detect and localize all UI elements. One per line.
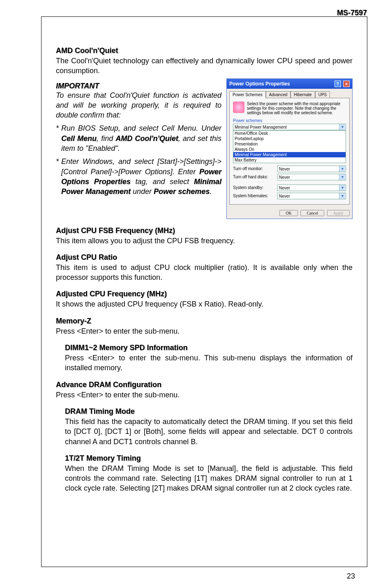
apply-button[interactable]: Apply [327,210,350,216]
combo-turn-off-disks[interactable]: Never [277,174,346,180]
label-turn-off-monitor: Turn off monitor: [233,166,274,171]
label-system-hibernates: System hibernates: [233,194,274,198]
text-1t2t-timing: When the DRAM Timing Mode is set to [Man… [65,463,353,493]
heading-adjust-cpu-ratio: Adjust CPU Ratio [56,253,353,262]
list-item[interactable]: Max Battery [233,157,346,163]
heading-1t2t-timing: 1T/2T Memory Timing [65,454,353,463]
combo-turn-off-monitor[interactable]: Never [277,166,346,172]
tab-advanced[interactable]: Advanced [266,91,291,98]
text-dimm-spd: Press <Enter> to enter the sub-menu. Thi… [65,353,353,373]
text-memory-z: Press <Enter> to enter the sub-menu. [56,326,353,336]
heading-dimm-spd: DIMM1~2 Memory SPD Information [65,344,353,352]
bullet-windows: * Enter Windows, and select [Start]->[Se… [56,157,221,196]
power-scheme-combo[interactable]: Minimal Power Management [233,124,346,130]
text-adjust-cpu-ratio: This item is used to adjust CPU clock mu… [56,263,353,283]
power-options-dialog: Power Options Properties ? × Power Schem… [226,78,353,219]
dialog-info-text: Select the power scheme with the most ap… [247,101,346,115]
bullet-mark: * [56,157,59,196]
tab-ups[interactable]: UPS [315,91,330,98]
bullet2-part-a: Enter Windows, and select [Start]->[Sett… [61,157,221,175]
heading-adjusted-cpu-freq: Adjusted CPU Frequency (MHz) [56,290,353,298]
text-advance-dram: Press <Enter> to enter the sub-menu. [56,390,353,400]
battery-icon [233,101,244,113]
page-number: 23 [347,572,355,581]
label-system-standby: System standby: [233,185,274,190]
label-turn-off-disks: Turn off hard disks: [233,175,274,179]
list-item-selected[interactable]: Minimal Power Management [233,152,346,157]
text-adjusted-cpu-freq: It shows the adjusted CPU frequency (FSB… [56,299,353,309]
bullet2-part-b: tag, and select [131,178,194,186]
page-frame: MS-7597 AMD Cool'n'Quiet The Cool'n'Quie… [41,16,367,567]
text-important-intro: To ensure that Cool'n'Quiet function is … [56,90,221,120]
bullet1-part-b: , find [97,134,115,143]
heading-advance-dram: Advance DRAM Configuration [56,380,353,389]
combo-system-hibernates[interactable]: Never [277,193,346,199]
tab-hibernate[interactable]: Hibernate [291,91,315,98]
text-cool-n-quiet: The Cool'n'Quiet technology can effectiv… [56,56,353,76]
tab-power-schemes[interactable]: Power Schemes [229,91,266,98]
dialog-title: Power Options Properties [229,81,290,87]
ref-amd-cnq: AMD Cool'n'Quiet [115,134,178,143]
bullet-bios: * Run BIOS Setup, and select Cell Menu. … [56,123,221,153]
help-icon[interactable]: ? [334,81,341,87]
ok-button[interactable]: OK [279,210,297,216]
heading-important: IMPORTANT [56,82,221,90]
heading-memory-z: Memory-Z [56,317,353,325]
ref-cell-menu: Cell Menu [61,134,97,143]
text-adjust-fsb: This item allows you to adjust the CPU F… [56,236,353,246]
cancel-button[interactable]: Cancel [300,210,324,216]
bullet1-part-a: Run BIOS Setup, and select Cell Menu. Un… [61,124,221,132]
header-model: MS-7597 [337,9,367,17]
bullet2-part-d: . [210,187,212,196]
power-scheme-list[interactable]: Home/Office Desk Portable/Laptop Present… [233,130,346,163]
combo-system-standby[interactable]: Never [277,184,346,191]
text-dram-timing-mode: This field has the capacity to automatic… [65,417,353,447]
close-icon[interactable]: × [343,81,350,87]
bullet2-part-c: under [131,187,154,196]
list-item[interactable]: Presentation [233,141,346,147]
heading-cool-n-quiet: AMD Cool'n'Quiet [56,46,353,55]
heading-dram-timing-mode: DRAM Timing Mode [65,407,353,416]
group-power-schemes: Power schemes [233,118,346,123]
heading-adjust-fsb: Adjust CPU FSB Frequency (MHz) [56,226,353,235]
ref-power-schemes: Power schemes [154,187,210,196]
list-item[interactable]: Portable/Laptop [233,136,346,141]
list-item[interactable]: Home/Office Desk [233,131,346,136]
list-item[interactable]: Always On [233,147,346,152]
bullet-mark: * [56,123,59,153]
